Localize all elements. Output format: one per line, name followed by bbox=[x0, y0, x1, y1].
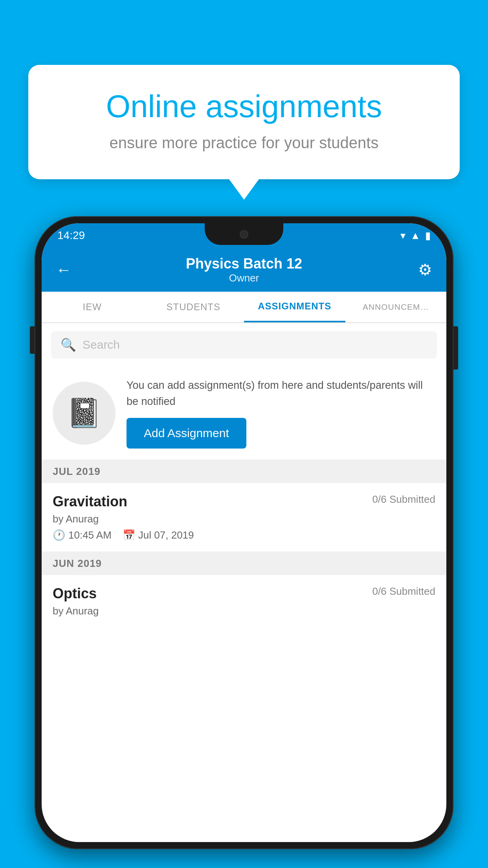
search-bar[interactable]: 🔍 Search bbox=[51, 331, 437, 359]
app-bar-title: Physics Batch 12 bbox=[186, 256, 302, 272]
bubble-subtitle: ensure more practice for your students bbox=[60, 134, 428, 152]
tab-announcements[interactable]: ANNOUNCEM… bbox=[345, 292, 447, 322]
tabs-container: IEW STUDENTS ASSIGNMENTS ANNOUNCEM… bbox=[42, 292, 446, 323]
optics-by: by Anurag bbox=[53, 605, 435, 617]
calendar-icon: 📅 bbox=[123, 529, 135, 541]
phone-outer: 14:29 ▾ ▲ ▮ ← Physics Batch 12 Owner ⚙ I… bbox=[35, 216, 453, 849]
assignment-name: Gravitation bbox=[53, 493, 127, 510]
search-container: 🔍 Search bbox=[42, 323, 446, 366]
status-time: 14:29 bbox=[57, 229, 85, 242]
assignment-item-header: Gravitation 0/6 Submitted bbox=[53, 493, 435, 510]
front-camera bbox=[240, 230, 248, 239]
assignment-time: 10:45 AM bbox=[68, 529, 112, 541]
phone-wrapper: 14:29 ▾ ▲ ▮ ← Physics Batch 12 Owner ⚙ I… bbox=[35, 216, 453, 849]
meta-time: 🕐 10:45 AM bbox=[53, 529, 112, 541]
app-bar-subtitle: Owner bbox=[186, 272, 302, 284]
meta-date: 📅 Jul 07, 2019 bbox=[123, 529, 194, 541]
app-bar-title-container: Physics Batch 12 Owner bbox=[186, 256, 302, 284]
assignment-illustration: 📓 bbox=[53, 382, 116, 445]
add-assignment-button[interactable]: Add Assignment bbox=[127, 418, 246, 449]
speech-bubble: Online assignments ensure more practice … bbox=[28, 65, 460, 179]
section-header-jul-2019: JUL 2019 bbox=[42, 460, 446, 483]
assignment-submitted: 0/6 Submitted bbox=[372, 493, 435, 506]
settings-icon[interactable]: ⚙ bbox=[418, 261, 432, 279]
optics-item-header: Optics 0/6 Submitted bbox=[53, 585, 435, 602]
add-assignment-block: 📓 You can add assignment(s) from here an… bbox=[42, 366, 446, 460]
assignment-by: by Anurag bbox=[53, 513, 435, 525]
notebook-icon: 📓 bbox=[66, 396, 102, 430]
optics-submitted: 0/6 Submitted bbox=[372, 585, 435, 598]
phone-screen: 14:29 ▾ ▲ ▮ ← Physics Batch 12 Owner ⚙ I… bbox=[42, 223, 446, 842]
tab-iew[interactable]: IEW bbox=[42, 292, 143, 322]
app-bar: ← Physics Batch 12 Owner ⚙ bbox=[42, 248, 446, 292]
add-assignment-text-block: You can add assignment(s) from here and … bbox=[127, 377, 435, 449]
search-icon: 🔍 bbox=[61, 337, 76, 352]
bubble-title: Online assignments bbox=[60, 88, 428, 125]
assignment-date: Jul 07, 2019 bbox=[138, 529, 194, 541]
notch bbox=[205, 223, 283, 245]
optics-name: Optics bbox=[53, 585, 97, 602]
assignment-item-optics[interactable]: Optics 0/6 Submitted by Anurag bbox=[42, 575, 446, 625]
battery-icon: ▮ bbox=[425, 230, 431, 242]
add-assignment-description: You can add assignment(s) from here and … bbox=[127, 377, 435, 409]
status-icons: ▾ ▲ ▮ bbox=[400, 230, 431, 242]
wifi-icon: ▾ bbox=[400, 230, 405, 242]
tab-assignments[interactable]: ASSIGNMENTS bbox=[244, 292, 345, 322]
search-placeholder: Search bbox=[83, 338, 120, 351]
back-button[interactable]: ← bbox=[56, 261, 72, 279]
signal-icon: ▲ bbox=[410, 230, 420, 242]
content-area: 🔍 Search 📓 You can add assignment(s) fro… bbox=[42, 323, 446, 625]
tab-students[interactable]: STUDENTS bbox=[143, 292, 244, 322]
assignment-meta: 🕐 10:45 AM 📅 Jul 07, 2019 bbox=[53, 529, 435, 541]
section-header-jun-2019: JUN 2019 bbox=[42, 552, 446, 575]
clock-icon: 🕐 bbox=[53, 529, 65, 541]
assignment-item-gravitation[interactable]: Gravitation 0/6 Submitted by Anurag 🕐 10… bbox=[42, 483, 446, 552]
